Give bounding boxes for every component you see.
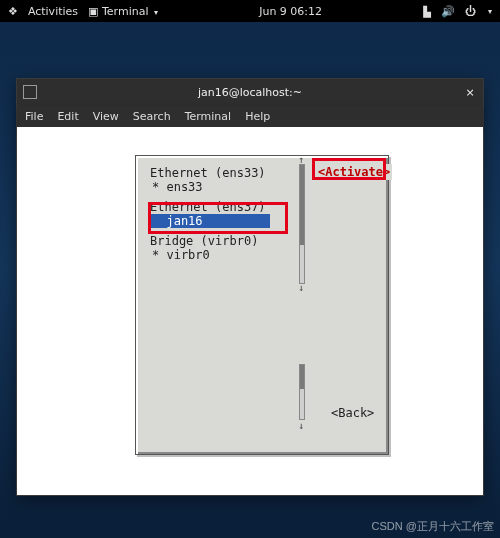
activities-button[interactable]: Activities xyxy=(28,5,78,18)
list-item-selected[interactable]: jan16 xyxy=(150,214,270,228)
activate-button[interactable]: <Activate> xyxy=(316,164,392,180)
scrollbar-thumb[interactable] xyxy=(300,165,304,245)
terminal-app-icon xyxy=(23,85,37,99)
list-item[interactable]: * virbr0 xyxy=(150,248,300,262)
list-item[interactable]: * ens33 xyxy=(150,180,300,194)
list-scrollbar[interactable] xyxy=(299,164,305,284)
back-button[interactable]: <Back> xyxy=(331,406,374,420)
list-group: Ethernet (ens37) jan16 xyxy=(150,200,300,228)
power-icon[interactable]: ⏻ xyxy=(465,5,476,18)
menu-view[interactable]: View xyxy=(93,110,119,123)
menu-help[interactable]: Help xyxy=(245,110,270,123)
volume-icon[interactable]: 🔊 xyxy=(441,5,455,18)
group-title[interactable]: Bridge (virbr0) xyxy=(150,234,300,248)
clock[interactable]: Jun 9 06:12 xyxy=(158,5,423,18)
terminal-icon: ▣ xyxy=(88,5,98,18)
current-app[interactable]: ▣ Terminal ▾ xyxy=(88,5,158,18)
scroll-down-icon: ↓ xyxy=(298,282,304,293)
window-titlebar[interactable]: jan16@localhost:~ × xyxy=(17,79,483,105)
nmtui-panel: Ethernet (ens33) * ens33 Ethernet (ens37… xyxy=(135,155,389,455)
terminal-body[interactable]: Ethernet (ens33) * ens33 Ethernet (ens37… xyxy=(17,127,483,495)
group-title[interactable]: Ethernet (ens37) xyxy=(150,200,300,214)
scrollbar-thumb[interactable] xyxy=(300,365,304,389)
panel-scrollbar[interactable] xyxy=(299,364,305,420)
group-title[interactable]: Ethernet (ens33) xyxy=(150,166,300,180)
list-group: Bridge (virbr0) * virbr0 xyxy=(150,234,300,262)
terminal-menubar: File Edit View Search Terminal Help xyxy=(17,105,483,127)
network-icon[interactable]: ▙ xyxy=(423,6,431,17)
gnome-topbar: ❖ Activities ▣ Terminal ▾ Jun 9 06:12 ▙ … xyxy=(0,0,500,22)
menu-search[interactable]: Search xyxy=(133,110,171,123)
menu-terminal[interactable]: Terminal xyxy=(185,110,232,123)
connection-list[interactable]: Ethernet (ens33) * ens33 Ethernet (ens37… xyxy=(150,166,300,268)
window-close-button[interactable]: × xyxy=(463,86,477,99)
menu-edit[interactable]: Edit xyxy=(57,110,78,123)
window-title: jan16@localhost:~ xyxy=(37,86,463,99)
app-label: Terminal xyxy=(102,5,149,18)
chevron-down-icon: ▾ xyxy=(488,7,492,16)
scroll-down-icon: ↓ xyxy=(298,420,304,431)
list-group: Ethernet (ens33) * ens33 xyxy=(150,166,300,194)
menu-file[interactable]: File xyxy=(25,110,43,123)
terminal-window: jan16@localhost:~ × File Edit View Searc… xyxy=(16,78,484,496)
watermark: CSDN @正月十六工作室 xyxy=(372,519,494,534)
os-icon: ❖ xyxy=(8,5,18,18)
